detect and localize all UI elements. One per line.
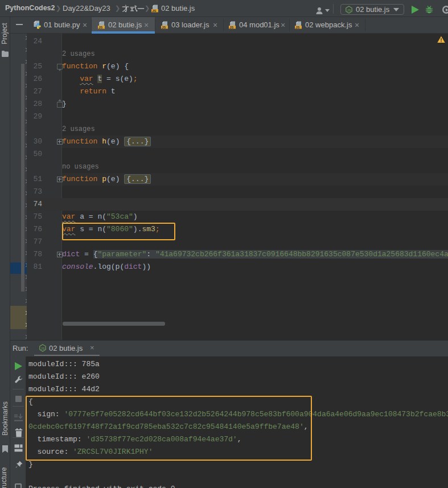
svg-text:JS: JS xyxy=(229,26,233,29)
svg-text:JS: JS xyxy=(295,26,299,29)
svg-text:JS: JS xyxy=(98,26,102,29)
svg-text:JS: JS xyxy=(152,9,156,13)
svg-text:JS: JS xyxy=(40,347,44,350)
svg-text:JS: JS xyxy=(347,9,351,12)
svg-text:JS: JS xyxy=(162,26,166,29)
